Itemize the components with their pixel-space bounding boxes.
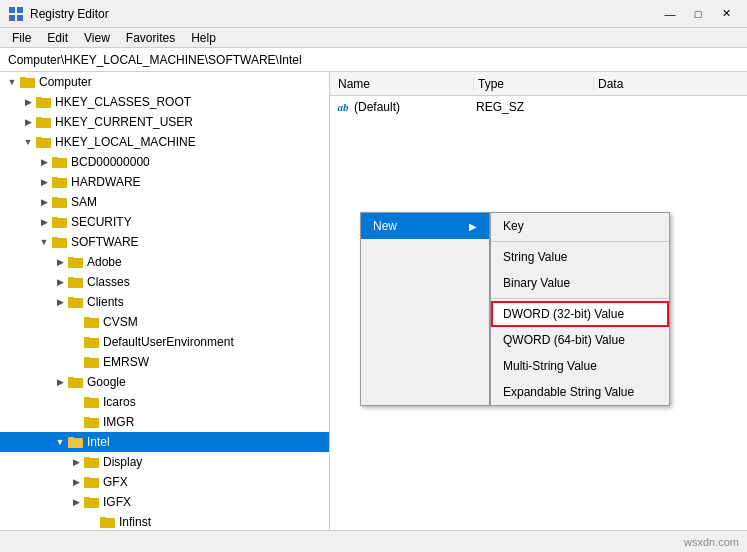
expand-icon-computer[interactable]: ▼ xyxy=(4,74,20,90)
tree-item-local-machine[interactable]: ▼ HKEY_LOCAL_MACHINE xyxy=(0,132,329,152)
minimize-button[interactable]: — xyxy=(657,5,683,23)
expand-icon-classes[interactable]: ▶ xyxy=(52,274,68,290)
submenu-label-expandable: Expandable String Value xyxy=(503,385,634,399)
tree-label-classes: Classes xyxy=(87,275,130,289)
ctx-item-new[interactable]: New ▶ xyxy=(361,213,489,239)
menu-file[interactable]: File xyxy=(4,29,39,47)
svg-rect-33 xyxy=(84,357,90,360)
tree-item-classes[interactable]: ▶ Classes xyxy=(0,272,329,292)
expand-icon-local-machine[interactable]: ▼ xyxy=(20,134,36,150)
expand-icon-sam[interactable]: ▶ xyxy=(36,194,52,210)
menu-favorites[interactable]: Favorites xyxy=(118,29,183,47)
submenu-label-binary: Binary Value xyxy=(503,276,570,290)
expand-icon-gfx[interactable]: ▶ xyxy=(68,474,84,490)
tree-label-local-machine: HKEY_LOCAL_MACHINE xyxy=(55,135,196,149)
expand-icon-current-user[interactable]: ▶ xyxy=(20,114,36,130)
tree-label-cvsm: CVSM xyxy=(103,315,138,329)
tree-item-display[interactable]: ▶ Display xyxy=(0,452,329,472)
expand-icon-clients[interactable]: ▶ xyxy=(52,294,68,310)
tree-item-intel[interactable]: ▼ Intel xyxy=(0,432,329,452)
menu-view[interactable]: View xyxy=(76,29,118,47)
submenu: Key String Value Binary Value DWORD (32-… xyxy=(490,212,670,406)
maximize-button[interactable]: □ xyxy=(685,5,711,23)
registry-entry-name: (Default) xyxy=(354,100,476,114)
tree-item-software[interactable]: ▼ SOFTWARE xyxy=(0,232,329,252)
expand-icon-display[interactable]: ▶ xyxy=(68,454,84,470)
tree-label-classes-root: HKEY_CLASSES_ROOT xyxy=(55,95,191,109)
expand-icon-igfx[interactable]: ▶ xyxy=(68,494,84,510)
svg-rect-41 xyxy=(68,437,74,440)
menu-help[interactable]: Help xyxy=(183,29,224,47)
submenu-item-qword[interactable]: QWORD (64-bit) Value xyxy=(491,327,669,353)
svg-rect-1 xyxy=(17,7,23,13)
svg-rect-21 xyxy=(52,237,58,240)
tree-item-hardware[interactable]: ▶ HARDWARE xyxy=(0,172,329,192)
tree-item-igfx[interactable]: ▶ IGFX xyxy=(0,492,329,512)
submenu-item-expandable[interactable]: Expandable String Value xyxy=(491,379,669,405)
svg-rect-13 xyxy=(52,157,58,160)
expand-icon-classes-root[interactable]: ▶ xyxy=(20,94,36,110)
submenu-item-dword[interactable]: DWORD (32-bit) Value xyxy=(491,301,669,327)
tree-item-icaros[interactable]: ▶ Icaros xyxy=(0,392,329,412)
tree-label-defaultuserenv: DefaultUserEnvironment xyxy=(103,335,234,349)
context-menu-container: New ▶ Key String Value Binary Value xyxy=(360,212,670,406)
expand-icon-security[interactable]: ▶ xyxy=(36,214,52,230)
tree-item-gfx[interactable]: ▶ GFX xyxy=(0,472,329,492)
menu-edit[interactable]: Edit xyxy=(39,29,76,47)
ctx-arrow: ▶ xyxy=(469,221,477,232)
submenu-separator-2 xyxy=(491,298,669,299)
submenu-item-key[interactable]: Key xyxy=(491,213,669,239)
expand-icon-intel[interactable]: ▼ xyxy=(52,434,68,450)
expand-icon-software[interactable]: ▼ xyxy=(36,234,52,250)
svg-rect-49 xyxy=(100,517,106,520)
svg-rect-3 xyxy=(17,15,23,21)
tree-item-infinst[interactable]: ▶ Infinst xyxy=(0,512,329,530)
tree-item-google[interactable]: ▶ Google xyxy=(0,372,329,392)
context-menu: New ▶ xyxy=(360,212,490,406)
tree-item-defaultuserenv[interactable]: ▶ DefaultUserEnvironment xyxy=(0,332,329,352)
tree-item-classes-root[interactable]: ▶ HKEY_CLASSES_ROOT xyxy=(0,92,329,112)
tree-item-adobe[interactable]: ▶ Adobe xyxy=(0,252,329,272)
tree-panel[interactable]: ▼ Computer ▶ HKEY_CLASSES_ROOT ▶ HKEY_CU… xyxy=(0,72,330,530)
submenu-label-dword: DWORD (32-bit) Value xyxy=(503,307,624,321)
tree-item-cvsm[interactable]: ▶ CVSM xyxy=(0,312,329,332)
svg-rect-27 xyxy=(68,297,74,300)
title-text: Registry Editor xyxy=(30,7,657,21)
tree-item-security[interactable]: ▶ SECURITY xyxy=(0,212,329,232)
close-button[interactable]: ✕ xyxy=(713,5,739,23)
svg-rect-39 xyxy=(84,417,90,420)
right-panel: Name Type Data ab (Default) REG_SZ New ▶ xyxy=(330,72,747,530)
svg-rect-45 xyxy=(84,477,90,480)
svg-rect-2 xyxy=(9,15,15,21)
expand-icon-hardware[interactable]: ▶ xyxy=(36,174,52,190)
col-header-data: Data xyxy=(594,77,747,91)
ctx-item-new-label: New xyxy=(373,219,397,233)
address-path[interactable]: Computer\HKEY_LOCAL_MACHINE\SOFTWARE\Int… xyxy=(4,51,743,69)
tree-label-security: SECURITY xyxy=(71,215,132,229)
tree-item-bcd[interactable]: ▶ BCD00000000 xyxy=(0,152,329,172)
svg-rect-29 xyxy=(84,317,90,320)
expand-icon-adobe[interactable]: ▶ xyxy=(52,254,68,270)
svg-rect-37 xyxy=(84,397,90,400)
tree-item-clients[interactable]: ▶ Clients xyxy=(0,292,329,312)
svg-rect-17 xyxy=(52,197,58,200)
tree-item-computer[interactable]: ▼ Computer xyxy=(0,72,329,92)
svg-rect-7 xyxy=(36,97,42,100)
tree-label-infinst: Infinst xyxy=(119,515,151,529)
submenu-item-multistring[interactable]: Multi-String Value xyxy=(491,353,669,379)
expand-icon-google[interactable]: ▶ xyxy=(52,374,68,390)
expand-icon-bcd[interactable]: ▶ xyxy=(36,154,52,170)
svg-rect-23 xyxy=(68,257,74,260)
svg-rect-5 xyxy=(20,77,26,80)
window-controls: — □ ✕ xyxy=(657,5,739,23)
svg-rect-9 xyxy=(36,117,42,120)
tree-item-emrsw[interactable]: ▶ EMRSW xyxy=(0,352,329,372)
registry-entry-default[interactable]: ab (Default) REG_SZ xyxy=(330,96,747,118)
tree-item-imgr[interactable]: ▶ IMGR xyxy=(0,412,329,432)
svg-rect-25 xyxy=(68,277,74,280)
tree-item-current-user[interactable]: ▶ HKEY_CURRENT_USER xyxy=(0,112,329,132)
submenu-label-key: Key xyxy=(503,219,524,233)
tree-item-sam[interactable]: ▶ SAM xyxy=(0,192,329,212)
submenu-item-binary[interactable]: Binary Value xyxy=(491,270,669,296)
submenu-item-string[interactable]: String Value xyxy=(491,244,669,270)
